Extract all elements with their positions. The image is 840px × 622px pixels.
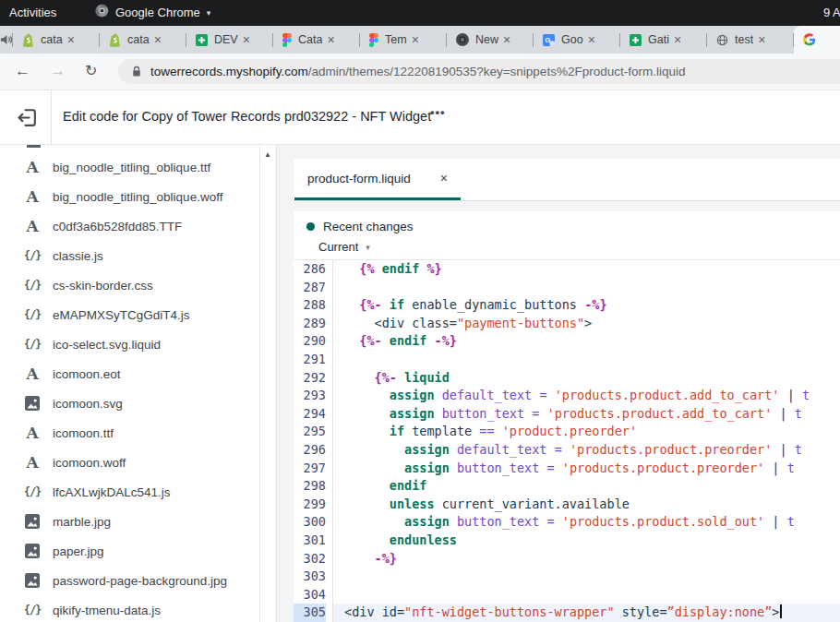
more-options-button[interactable]: •••	[430, 105, 446, 119]
app-menu[interactable]: Google Chrome ▾	[95, 4, 210, 20]
code-line[interactable]: <div class="payment-buttons">	[333, 315, 840, 333]
line-number: 295	[294, 423, 326, 441]
tab-close-icon[interactable]: ×	[154, 33, 162, 46]
tab-close-icon[interactable]: ×	[503, 33, 510, 46]
page-title: Edit code for Copy of Tower Records prd0…	[63, 109, 431, 124]
activities-button[interactable]: Activities	[9, 6, 56, 19]
back-button[interactable]: ←	[15, 61, 30, 81]
code-line[interactable]: endunless	[333, 532, 840, 550]
browser-tab[interactable]: New×	[447, 26, 533, 54]
shopify-code-editor-page: Edit code for Copy of Tower Records prd0…	[0, 90, 840, 622]
file-name: password-page-background.jpg	[53, 574, 227, 588]
code-line[interactable]: -%}	[333, 550, 840, 568]
browser-tab[interactable]: Cata×	[273, 26, 359, 54]
browser-tab[interactable]: Tem×	[360, 26, 446, 54]
browser-tab[interactable]: Gati×	[620, 26, 706, 54]
browser-tab[interactable]: test×	[707, 26, 793, 54]
forward-button[interactable]: →	[50, 61, 66, 81]
code-line[interactable]	[333, 279, 840, 297]
url-domain: towerrecords.myshopify.com	[150, 65, 308, 78]
file-item[interactable]: {/}qikify-tmenu-data.js	[0, 595, 260, 622]
scroll-up-icon[interactable]: ▲	[264, 150, 271, 159]
code-line[interactable]: {%- if enable_dynamic_buttons -%}	[333, 296, 840, 315]
browser-tab[interactable]: DEV×	[186, 26, 272, 54]
code-line[interactable]: {%- liquid	[333, 369, 840, 388]
image-file-icon	[22, 396, 42, 411]
editor-tab-name: product-form.liquid	[307, 172, 440, 185]
file-name: qikify-tmenu-data.js	[53, 604, 161, 617]
file-item[interactable]: Abig_noodle_titling_oblique.ttf	[0, 152, 260, 182]
file-item[interactable]: password-page-background.jpg	[0, 566, 260, 595]
editor-lines: {% endif %} {%- if enable_dynamic_button…	[333, 260, 840, 622]
font-file-icon: A	[22, 365, 42, 383]
browser-toolbar: ← → ↻ towerrecords.myshopify.com/admin/t…	[0, 54, 840, 90]
exit-code-editor-button[interactable]	[15, 105, 40, 130]
line-number: 304	[294, 586, 326, 604]
line-number: 297	[294, 460, 326, 478]
chrome-dark-icon	[456, 33, 469, 46]
tab-close-icon[interactable]: ×	[243, 33, 250, 46]
file-item[interactable]: {/}ico-select.svg.liquid	[0, 329, 260, 359]
browser-tab[interactable]	[794, 26, 840, 54]
code-line[interactable]: {%- endif -%}	[333, 332, 840, 351]
code-line[interactable]: endif	[333, 477, 840, 496]
file-item[interactable]: {/}lfcAXLwjkDALc541.js	[0, 477, 260, 507]
lock-icon[interactable]	[132, 66, 141, 78]
code-line[interactable]: if template == 'product.preorder'	[333, 423, 840, 441]
file-item[interactable]: paper.jpg	[0, 536, 260, 566]
file-name: marble.jpg	[53, 515, 111, 529]
reload-button[interactable]: ↻	[85, 61, 97, 81]
sidebar-scrollbar[interactable]: ▲	[259, 145, 276, 622]
code-line[interactable]: assign default_text = 'products.product.…	[333, 387, 840, 405]
sheets-icon	[196, 34, 208, 46]
code-line[interactable]: assign button_text = 'products.product.a…	[333, 405, 840, 424]
tab-close-icon[interactable]: ×	[327, 33, 334, 46]
file-name: icomoon.woff	[53, 456, 126, 470]
file-name: cs-skin-border.css	[53, 279, 153, 293]
code-line[interactable]: unless current_variant.available	[333, 496, 840, 514]
code-line[interactable]: <div id="nft-widget-buttons-wrapper" sty…	[333, 604, 840, 622]
tab-strip-tabs: cata×cata×DEV×Cata×Tem×New×GGoo×Gati×tes…	[12, 26, 840, 54]
image-file-icon	[22, 514, 42, 529]
file-item[interactable]: {/}classie.js	[0, 241, 260, 270]
browser-tab[interactable]: cata×	[100, 26, 186, 54]
code-line[interactable]: assign default_text = 'products.product.…	[333, 441, 840, 460]
code-line[interactable]	[333, 351, 840, 369]
code-line[interactable]	[333, 568, 840, 586]
file-name: icomoon.ttf	[53, 426, 114, 440]
tab-close-icon[interactable]: ×	[67, 33, 75, 46]
file-item[interactable]: {/}cs-skin-border.css	[0, 270, 260, 300]
code-line[interactable]: {% endif %}	[333, 260, 840, 279]
editor-file-tab[interactable]: product-form.liquid ×	[294, 159, 461, 200]
file-item[interactable]: Abig_noodle_titling_oblique.woff	[0, 182, 260, 211]
tab-close-icon[interactable]: ×	[412, 33, 419, 46]
google-icon	[803, 33, 816, 46]
browser-tab[interactable]: GGoo×	[534, 26, 619, 54]
line-number: 293	[294, 387, 326, 405]
file-item[interactable]: Aicomoon.eot	[0, 359, 260, 389]
browser-tab[interactable]: cata×	[13, 26, 99, 54]
line-number: 291	[294, 351, 326, 369]
tab-close-icon[interactable]: ×	[758, 33, 765, 46]
code-editor[interactable]: 2862872882892902912922932942952962972982…	[294, 260, 840, 622]
version-dropdown[interactable]: Current ▾	[318, 240, 370, 254]
file-item[interactable]: {/}eMAPMXSyTCgGdiT4.js	[0, 300, 260, 329]
file-name: ico-select.svg.liquid	[53, 338, 161, 352]
code-line[interactable]: assign button_text = 'products.product.p…	[333, 460, 840, 478]
file-name: classie.js	[53, 249, 103, 263]
editor-tab-close-icon[interactable]: ×	[440, 171, 448, 185]
tab-close-icon[interactable]: ×	[588, 33, 595, 46]
file-item[interactable]: Aicomoon.ttf	[0, 418, 260, 448]
tab-audio-icon[interactable]	[0, 34, 12, 45]
code-line[interactable]: assign button_text = 'products.product.s…	[333, 513, 840, 532]
file-item[interactable]: Ac0df3a6b528fdd85.TTF	[0, 211, 260, 241]
clock[interactable]: 9 A	[823, 6, 840, 19]
tab-close-icon[interactable]: ×	[674, 33, 681, 46]
file-item[interactable]: marble.jpg	[0, 507, 260, 536]
file-item[interactable]: icomoon.svg	[0, 389, 260, 418]
omnibox[interactable]: towerrecords.myshopify.com/admin/themes/…	[118, 59, 840, 84]
code-line[interactable]	[333, 586, 840, 604]
file-item[interactable]: Aicomoon.woff	[0, 448, 260, 477]
screen: Activities Google Chrome ▾ 9 A cata×cata…	[0, 0, 840, 622]
tab-title: New	[475, 33, 498, 46]
